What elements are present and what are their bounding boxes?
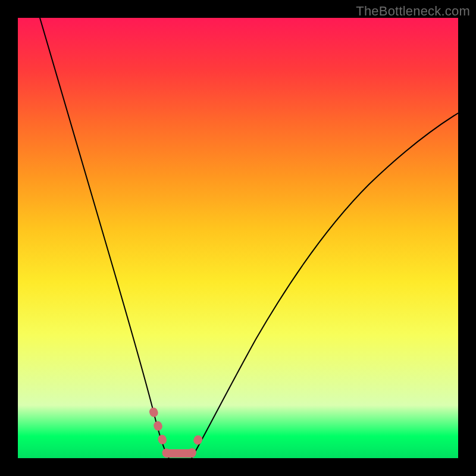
chart-frame: TheBottleneck.com	[0, 0, 476, 476]
left-curve	[40, 18, 169, 458]
right-curve	[192, 113, 458, 458]
plot-area	[18, 18, 458, 458]
watermark-text: TheBottleneck.com	[356, 4, 470, 19]
chart-svg	[18, 18, 458, 458]
